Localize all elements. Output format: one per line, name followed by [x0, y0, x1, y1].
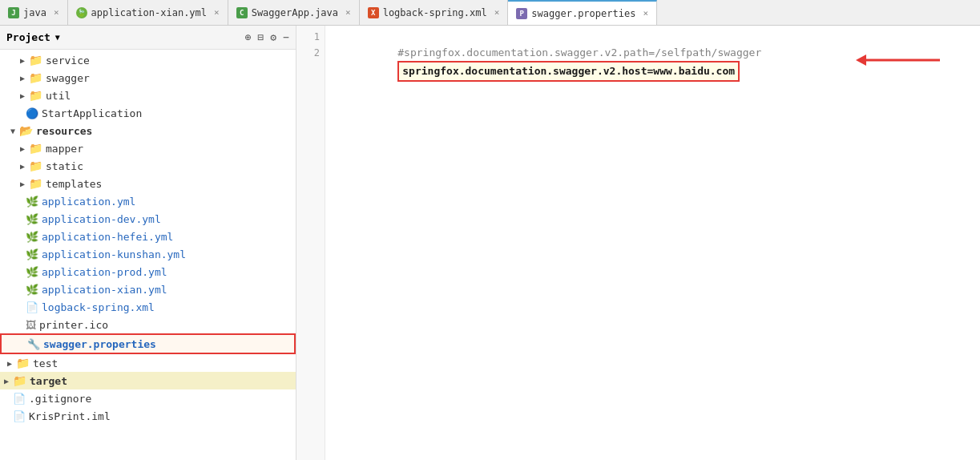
tab-java[interactable]: J java ×: [0, 0, 68, 25]
project-title: Project: [6, 31, 50, 43]
line-number-1: 1: [296, 29, 325, 45]
templates-arrow: [16, 180, 29, 188]
target-label: target: [30, 375, 67, 387]
static-arrow: [16, 162, 29, 171]
tree-item-logback-xml[interactable]: 📄 logback-spring.xml: [0, 298, 296, 316]
app-xian-yml-label: application-xian.yml: [42, 284, 167, 296]
java-icon: J: [8, 7, 19, 18]
mapper-folder-icon: 📁: [29, 142, 42, 155]
tab-logback-close[interactable]: ×: [494, 7, 500, 18]
service-folder-icon: 📁: [29, 54, 42, 67]
swagger-props-file-icon: 🔧: [27, 338, 40, 350]
tree-item-service[interactable]: 📁 service: [0, 51, 296, 69]
tree-item-test[interactable]: 📁 test: [0, 354, 296, 372]
krisprint-label: KrisPrint.iml: [29, 410, 111, 422]
app-prod-yml-label: application-prod.yml: [42, 266, 167, 278]
tab-java-label: java: [23, 7, 46, 18]
resources-arrow: [6, 127, 19, 135]
main-area: Project ▼ ⊕ ⊟ ⚙ − 📁 service 📁: [0, 26, 980, 460]
tab-logback-label: logback-spring.xml: [383, 7, 487, 18]
tree-item-app-kunshan-yml[interactable]: 🌿 application-kunshan.yml: [0, 245, 296, 263]
tab-application-xian[interactable]: 🍃 application-xian.yml ×: [68, 0, 228, 25]
tree-item-templates[interactable]: 📁 templates: [0, 175, 296, 192]
tab-swagger-props-close[interactable]: ×: [643, 8, 648, 18]
gitignore-icon: 📄: [13, 393, 26, 405]
static-folder-icon: 📁: [29, 159, 42, 172]
resources-folder-icon: 📂: [19, 124, 33, 137]
tree-item-mapper[interactable]: 📁 mapper: [0, 139, 296, 157]
tab-swagger-props[interactable]: P swagger.properties ×: [508, 0, 657, 25]
tree-item-swagger-props[interactable]: 🔧 swagger.properties: [0, 333, 296, 354]
swagger-folder-label: swagger: [46, 72, 90, 84]
target-folder-icon: 📁: [13, 374, 26, 387]
tree-item-static[interactable]: 📁 static: [0, 157, 296, 175]
props-icon: P: [516, 8, 527, 19]
editor: 1 2 #springfox.documentation.swagger.v2.…: [296, 26, 980, 460]
logback-xml-icon: X: [368, 7, 379, 18]
tree-item-app-yml[interactable]: 🌿 application.yml: [0, 192, 296, 210]
tab-java-close[interactable]: ×: [54, 7, 59, 18]
tab-logback[interactable]: X logback-spring.xml ×: [360, 0, 509, 25]
app-hefei-yml-icon: 🌿: [26, 231, 38, 243]
tab-swaggerapp-close[interactable]: ×: [345, 7, 351, 18]
tab-swaggerapp-label: SwaggerApp.java: [252, 7, 338, 18]
code-comment-1: #springfox.documentation.swagger.v2.path…: [397, 46, 761, 59]
startapp-icon: 🔵: [26, 107, 38, 119]
line-number-2: 2: [296, 45, 325, 61]
swagger-folder-arrow: [16, 74, 29, 83]
tab-application-xian-label: application-xian.yml: [91, 7, 208, 18]
project-dropdown-arrow[interactable]: ▼: [55, 33, 60, 42]
tab-application-xian-close[interactable]: ×: [214, 7, 220, 18]
tab-swagger-props-label: swagger.properties: [531, 8, 635, 19]
tree-item-gitignore[interactable]: 📄 .gitignore: [0, 389, 296, 407]
app-kunshan-yml-label: application-kunshan.yml: [42, 248, 186, 260]
tree-item-app-xian-yml[interactable]: 🌿 application-xian.yml: [0, 280, 296, 298]
tree-item-target[interactable]: 📁 target: [0, 372, 296, 389]
templates-label: templates: [46, 178, 102, 190]
app-dev-yml-label: application-dev.yml: [42, 213, 161, 225]
code-area[interactable]: #springfox.documentation.swagger.v2.path…: [325, 26, 980, 460]
test-folder-icon: 📁: [16, 357, 30, 369]
logback-xml-label: logback-spring.xml: [42, 301, 155, 313]
tree-item-krisprint[interactable]: 📄 KrisPrint.iml: [0, 407, 296, 425]
line-numbers: 1 2: [296, 26, 325, 460]
split-icon[interactable]: ⊟: [258, 31, 264, 43]
minimize-icon[interactable]: −: [283, 31, 289, 43]
gitignore-label: .gitignore: [29, 393, 91, 405]
tree-item-app-prod-yml[interactable]: 🌿 application-prod.yml: [0, 263, 296, 280]
resources-label: resources: [36, 125, 92, 137]
tree-item-resources[interactable]: 📂 resources: [0, 122, 296, 139]
test-label: test: [33, 357, 58, 369]
spring-yml-icon: 🍃: [76, 7, 87, 18]
app-prod-yml-icon: 🌿: [26, 266, 38, 278]
tab-swaggerapp[interactable]: C SwaggerApp.java ×: [228, 0, 360, 25]
mapper-label: mapper: [46, 143, 83, 155]
tab-bar: J java × 🍃 application-xian.yml × C Swag…: [0, 0, 980, 26]
app-xian-yml-icon: 🌿: [26, 284, 38, 296]
app-dev-yml-icon: 🌿: [26, 213, 38, 225]
sidebar: Project ▼ ⊕ ⊟ ⚙ − 📁 service 📁: [0, 26, 296, 460]
settings-icon[interactable]: ⚙: [270, 31, 276, 43]
tree-item-app-dev-yml[interactable]: 🌿 application-dev.yml: [0, 210, 296, 228]
red-arrow-annotation: [852, 48, 948, 72]
util-arrow: [16, 91, 29, 100]
code-highlighted-value: springfox.documentation.swagger.v2.host=…: [397, 61, 740, 82]
app-yml-label: application.yml: [42, 196, 135, 208]
sync-icon[interactable]: ⊕: [245, 31, 252, 43]
tree-item-printer-ico[interactable]: 🖼 printer.ico: [0, 316, 296, 333]
tree-item-util[interactable]: 📁 util: [0, 87, 296, 104]
red-arrow-svg: [852, 48, 948, 72]
test-arrow: [3, 359, 16, 368]
service-arrow: [16, 56, 29, 65]
tree-item-swagger-folder[interactable]: 📁 swagger: [0, 69, 296, 87]
tree-item-startapp[interactable]: 🔵 StartApplication: [0, 104, 296, 122]
printer-ico-icon: 🖼: [26, 319, 36, 331]
logback-xml-file-icon: 📄: [26, 301, 38, 313]
file-tree: 📁 service 📁 swagger 📁 util 🔵: [0, 50, 296, 426]
service-label: service: [46, 54, 90, 67]
editor-content: 1 2 #springfox.documentation.swagger.v2.…: [296, 26, 980, 460]
swagger-props-label: swagger.properties: [43, 338, 156, 350]
app-hefei-yml-label: application-hefei.yml: [42, 231, 173, 243]
tree-item-app-hefei-yml[interactable]: 🌿 application-hefei.yml: [0, 228, 296, 245]
target-arrow: [0, 377, 13, 385]
